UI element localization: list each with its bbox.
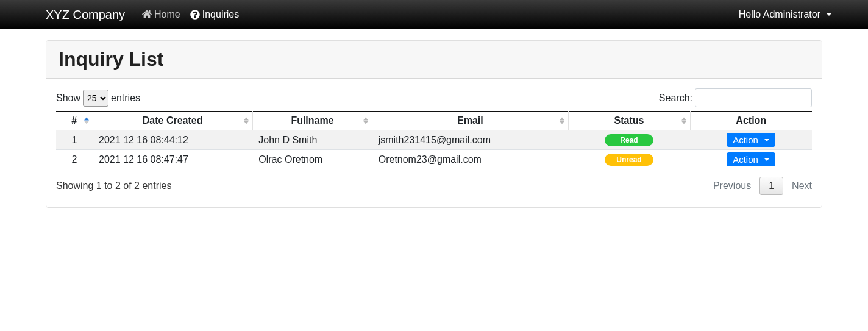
search-input[interactable] (695, 88, 812, 107)
status-badge: Unread (605, 154, 653, 166)
table-controls: Show 25 entries Search: (56, 88, 812, 107)
table-footer: Showing 1 to 2 of 2 entries Previous 1 N… (56, 177, 812, 195)
cell-date-created: 2021 12 16 08:47:47 (93, 150, 252, 169)
card-header: Inquiry List (46, 41, 822, 79)
search-box: Search: (659, 88, 812, 107)
pagination-current[interactable]: 1 (760, 177, 783, 195)
pagination-next[interactable]: Next (792, 180, 812, 191)
show-label-prefix: Show (56, 93, 80, 104)
cell-fullname: Olrac Oretnom (252, 150, 372, 169)
cell-date-created: 2021 12 16 08:44:12 (93, 130, 252, 150)
sort-icon (84, 118, 89, 124)
cell-action: Action (690, 150, 812, 169)
action-button-label: Action (733, 154, 758, 165)
action-button-label: Action (733, 135, 758, 145)
table-row: 22021 12 16 08:47:47Olrac OretnomOretnom… (56, 150, 812, 169)
action-button[interactable]: Action (727, 133, 775, 147)
page-title: Inquiry List (59, 48, 809, 71)
col-action-header: Action (690, 112, 812, 130)
nav-home-label: Home (154, 9, 180, 20)
show-entries: Show 25 entries (56, 90, 140, 107)
user-dropdown[interactable]: Hello Administrator (739, 9, 831, 20)
cell-email: jsmith231415@gmail.com (372, 130, 568, 150)
show-label-suffix: entries (111, 93, 140, 104)
action-button[interactable]: Action (727, 152, 775, 166)
sort-icon (244, 118, 249, 124)
card-body: Show 25 entries Search: # (46, 79, 822, 207)
question-circle-icon (190, 10, 200, 20)
status-badge: Read (605, 134, 653, 146)
table-row: 12021 12 16 08:44:12John D Smithjsmith23… (56, 130, 812, 150)
nav-home-link[interactable]: Home (137, 9, 185, 20)
entries-select[interactable]: 25 (83, 90, 108, 107)
chevron-down-icon (764, 139, 769, 141)
col-status-header[interactable]: Status (568, 112, 690, 130)
inquiry-table: # Date Created Fulln (56, 111, 812, 169)
sort-icon (681, 118, 686, 124)
search-label: Search: (659, 93, 692, 104)
pagination-previous[interactable]: Previous (713, 180, 751, 191)
table-head: # Date Created Fulln (56, 112, 812, 130)
user-greeting: Hello Administrator (739, 9, 820, 20)
nav-right: Hello Administrator (739, 9, 868, 20)
inquiry-card: Inquiry List Show 25 entries Search: # (46, 40, 822, 208)
cell-status: Unread (568, 150, 690, 169)
sort-icon (363, 118, 368, 124)
nav-inquiries-label: Inquiries (202, 9, 239, 20)
cell-num: 2 (56, 150, 93, 169)
col-fullname-header[interactable]: Fullname (252, 112, 372, 130)
top-navbar: XYZ Company Home Inquiries Hello Adminis… (0, 0, 868, 29)
nav-left: XYZ Company Home Inquiries (0, 8, 244, 22)
chevron-down-icon (827, 13, 831, 16)
chevron-down-icon (764, 158, 769, 161)
table-body: 12021 12 16 08:44:12John D Smithjsmith23… (56, 130, 812, 169)
sort-icon (560, 118, 564, 124)
nav-inquiries-link[interactable]: Inquiries (185, 9, 244, 20)
table-info: Showing 1 to 2 of 2 entries (56, 180, 171, 191)
col-num-header[interactable]: # (56, 112, 93, 130)
cell-num: 1 (56, 130, 93, 150)
cell-email: Oretnom23@gmail.com (372, 150, 568, 169)
cell-status: Read (568, 130, 690, 150)
col-date-created-header[interactable]: Date Created (93, 112, 252, 130)
brand[interactable]: XYZ Company (46, 8, 125, 22)
pagination: Previous 1 Next (713, 177, 812, 195)
cell-action: Action (690, 130, 812, 150)
cell-fullname: John D Smith (252, 130, 372, 150)
col-email-header[interactable]: Email (372, 112, 568, 130)
home-icon (142, 10, 152, 20)
